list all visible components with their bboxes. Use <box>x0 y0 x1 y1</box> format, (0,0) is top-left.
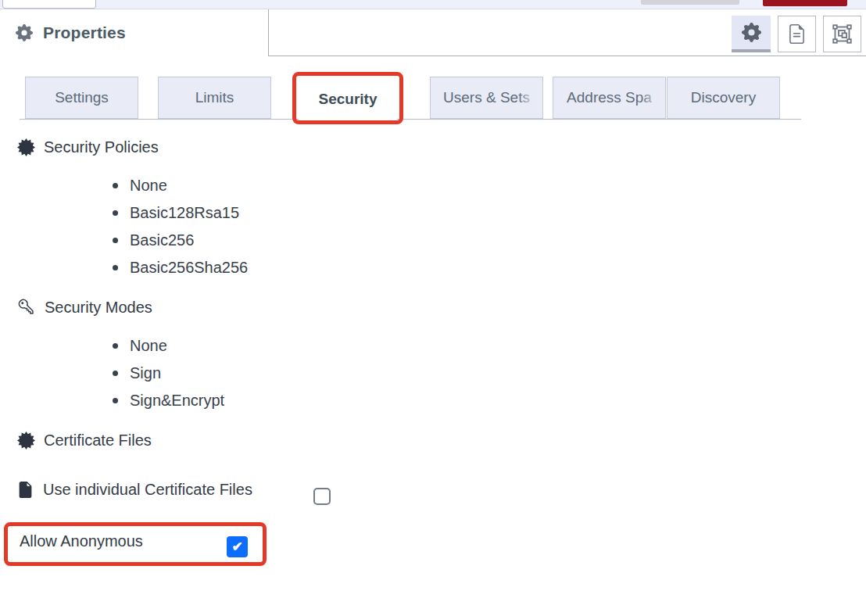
tab-label: Settings <box>55 89 109 106</box>
tab-label: Limits <box>195 89 234 106</box>
section-title: Security Policies <box>44 138 159 156</box>
list-item: None <box>113 172 248 199</box>
top-strip <box>0 0 866 9</box>
seal-badge-icon <box>17 432 35 449</box>
tab-address-space[interactable]: Address Spa <box>553 77 666 119</box>
section-certificate-files: Certificate Files <box>17 432 152 449</box>
security-policies-list: None Basic128Rsa15 Basic256 Basic256Sha2… <box>113 172 248 281</box>
tab-limits[interactable]: Limits <box>158 77 271 119</box>
seal-badge-icon <box>17 138 35 156</box>
list-item: Basic128Rsa15 <box>113 199 248 227</box>
toolbar-frame-select-button[interactable] <box>823 16 861 52</box>
list-item: Sign <box>113 360 224 387</box>
header-divider <box>269 56 866 56</box>
panel-title: Properties <box>43 23 126 42</box>
clipped-button-red[interactable] <box>763 0 847 6</box>
section-title: Certificate Files <box>44 432 152 449</box>
tab-label: Users & Sets <box>443 89 530 106</box>
list-item: Basic256 <box>113 227 248 254</box>
tab-security[interactable]: Security <box>299 77 397 121</box>
individual-certificate-files-checkbox[interactable] <box>313 488 331 505</box>
tab-label: Address Spa <box>567 89 652 106</box>
security-modes-list: None Sign Sign&Encrypt <box>113 332 224 414</box>
tab-users-settings[interactable]: Users & Sets <box>430 77 543 119</box>
tab-settings[interactable]: Settings <box>25 77 138 119</box>
document-icon <box>787 24 807 44</box>
option-label: Use individual Certificate Files <box>43 481 252 499</box>
option-label: Allow Anonymous <box>20 532 143 550</box>
section-title: Security Modes <box>45 299 152 317</box>
toolbar-document-button[interactable] <box>778 16 816 52</box>
toolbar-gear-button[interactable] <box>732 16 771 52</box>
tab-discovery[interactable]: Discovery <box>667 77 780 119</box>
key-icon <box>17 298 36 317</box>
list-item: None <box>113 332 224 360</box>
tabs-baseline <box>20 119 801 120</box>
file-icon <box>17 481 34 499</box>
section-security-modes: Security Modes <box>17 298 152 317</box>
gear-icon <box>16 24 33 41</box>
allow-anonymous-checkbox[interactable] <box>227 536 248 557</box>
section-security-policies: Security Policies <box>17 138 159 156</box>
clipped-button-gray[interactable] <box>641 0 739 5</box>
properties-header-tab[interactable]: Properties <box>0 9 269 56</box>
option-individual-certificate-files: Use individual Certificate Files <box>17 481 252 499</box>
properties-panel: Properties <box>0 0 866 616</box>
list-item: Sign&Encrypt <box>113 387 224 414</box>
tab-label: Discovery <box>691 89 756 106</box>
clipped-button-left[interactable] <box>2 0 96 9</box>
frame-select-icon <box>832 23 853 45</box>
list-item: Basic256Sha256 <box>113 254 248 281</box>
tab-label: Security <box>319 91 378 108</box>
gear-icon <box>742 23 761 42</box>
